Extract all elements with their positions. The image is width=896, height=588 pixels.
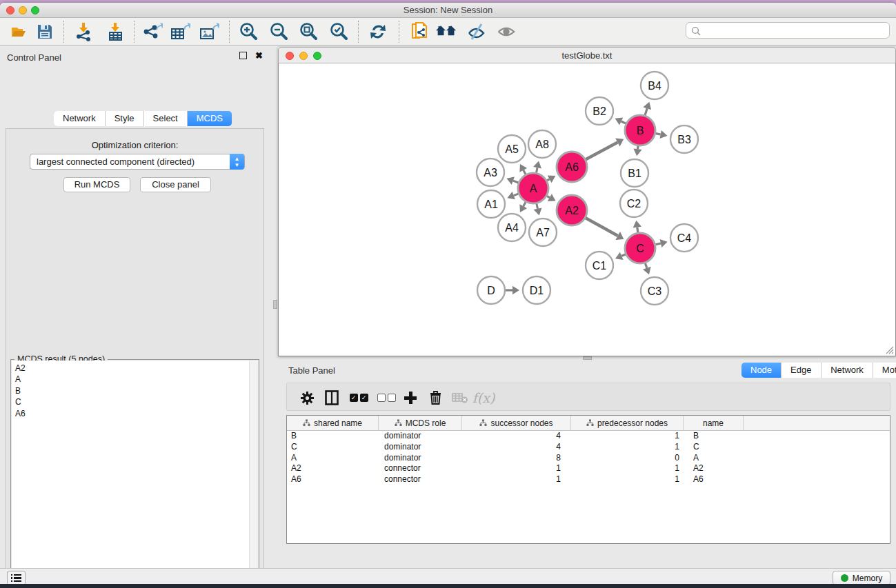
close-traffic-light[interactable] (6, 6, 14, 14)
graph-edge[interactable] (586, 142, 617, 159)
delete-column-icon[interactable] (426, 389, 444, 407)
import-network-icon[interactable] (73, 21, 94, 42)
graph-node-A6[interactable]: A6 (557, 152, 587, 182)
run-mcds-button[interactable]: Run MCDS (63, 177, 130, 192)
tab-network-table[interactable]: Network Table (822, 363, 873, 378)
zoom-traffic-light[interactable] (313, 52, 321, 60)
graph-edge[interactable] (645, 108, 647, 115)
close-panel-icon[interactable]: ✖ (255, 52, 263, 59)
show-graphics-details-icon[interactable] (496, 21, 517, 42)
table-settings-icon[interactable] (298, 389, 316, 407)
graph-edge[interactable] (637, 227, 638, 233)
table-row[interactable]: A2connector11A2 (287, 463, 890, 474)
column-chooser-icon[interactable] (323, 389, 341, 407)
minimize-traffic-light[interactable] (299, 52, 308, 60)
graph-node-C1[interactable]: C1 (586, 252, 613, 279)
zoom-selected-icon[interactable] (328, 21, 349, 42)
open-session-icon[interactable] (8, 21, 29, 42)
tab-edge-table[interactable]: Edge Table (781, 363, 822, 378)
zoom-out-icon[interactable] (268, 21, 289, 42)
graph-edge[interactable] (645, 263, 646, 268)
add-column-icon[interactable] (401, 389, 419, 407)
graph-node-A8[interactable]: A8 (528, 130, 556, 158)
export-network-icon[interactable] (142, 21, 163, 42)
graph-edge[interactable] (655, 243, 661, 245)
mcds-result-item[interactable]: A6 (12, 408, 249, 419)
tab-node-table[interactable]: Node Table (741, 363, 781, 378)
mcds-result-item[interactable]: C (12, 396, 249, 407)
graph-edge[interactable] (537, 203, 538, 208)
graph-node-B4[interactable]: B4 (641, 72, 668, 99)
deselect-all-icon[interactable] (377, 389, 395, 407)
graph-edge[interactable] (547, 196, 550, 197)
home-icon[interactable] (436, 21, 457, 42)
graph-node-D1[interactable]: D1 (523, 276, 550, 304)
export-image-icon[interactable] (199, 21, 219, 42)
graph-node-A4[interactable]: A4 (498, 214, 526, 241)
save-session-icon[interactable] (34, 21, 55, 42)
close-traffic-light[interactable] (286, 52, 294, 60)
minimize-traffic-light[interactable] (19, 6, 27, 14)
graph-edge[interactable] (621, 254, 626, 256)
graph-node-C2[interactable]: C2 (620, 190, 648, 217)
graph-node-C[interactable]: C (625, 233, 655, 263)
graph-node-B[interactable]: B (625, 115, 655, 145)
zoom-fit-icon[interactable] (298, 21, 319, 42)
criterion-dropdown[interactable]: largest connected component (directed) ▲… (30, 154, 245, 170)
mcds-result-scrollbar[interactable] (249, 361, 258, 588)
graph-edge[interactable] (513, 181, 519, 183)
graph-edge[interactable] (514, 194, 519, 196)
hide-graphics-details-icon[interactable] (466, 21, 487, 42)
graph-edge[interactable] (524, 170, 526, 174)
column-header[interactable]: successor nodes (462, 416, 571, 430)
graph-node-A2[interactable]: A2 (557, 195, 587, 225)
node-table[interactable]: shared nameMCDS rolesuccessor nodesprede… (286, 415, 890, 544)
graph-node-B1[interactable]: B1 (621, 159, 648, 187)
column-header[interactable]: shared name (287, 416, 379, 430)
graph-edge[interactable] (621, 121, 626, 123)
graph-node-A3[interactable]: A3 (477, 159, 504, 186)
task-history-button[interactable] (7, 571, 26, 585)
new-network-from-file-icon[interactable] (410, 21, 430, 42)
table-row[interactable]: Bdominator41B (287, 431, 890, 442)
graph-node-C4[interactable]: C4 (670, 224, 698, 252)
mcds-result-list[interactable]: A2ABCA6 (12, 361, 249, 588)
table-row[interactable]: Cdominator41C (287, 442, 890, 453)
split-divider-handle[interactable] (273, 300, 277, 309)
table-row[interactable]: Adominator80A (287, 453, 890, 464)
graph-node-B3[interactable]: B3 (670, 125, 698, 153)
graph-edge[interactable] (656, 134, 661, 134)
import-table-icon[interactable] (105, 21, 126, 42)
graph-edge[interactable] (547, 179, 550, 181)
zoom-in-icon[interactable] (238, 21, 259, 42)
zoom-traffic-light[interactable] (31, 6, 39, 14)
tab-mcds[interactable]: MCDS (188, 111, 232, 126)
graph-node-A5[interactable]: A5 (498, 135, 526, 163)
graph-node-B2[interactable]: B2 (586, 97, 613, 125)
select-all-icon[interactable]: ✓✓ (350, 389, 368, 407)
refresh-icon[interactable] (368, 21, 388, 42)
column-header[interactable]: predecessor nodes (571, 416, 684, 430)
graph-node-A7[interactable]: A7 (529, 219, 557, 246)
graph-node-C3[interactable]: C3 (641, 277, 668, 305)
export-table-icon[interactable] (170, 21, 190, 42)
graph-node-A1[interactable]: A1 (477, 190, 505, 218)
resize-grip-icon[interactable] (885, 345, 894, 354)
mcds-result-item[interactable]: B (12, 385, 249, 396)
network-canvas[interactable]: B4B2BB3A8A5A6A3B1AA1C2A2A4A7C4CC1DD1C3 (278, 63, 896, 356)
graph-edge[interactable] (586, 218, 618, 236)
graph-edge[interactable] (537, 168, 537, 172)
memory-button[interactable]: Memory (833, 571, 890, 585)
tab-style[interactable]: Style (106, 111, 144, 126)
tab-network[interactable]: Network (54, 111, 106, 126)
tab-motifs[interactable]: Motifs (873, 363, 896, 378)
float-panel-icon[interactable] (239, 52, 247, 59)
graph-edge[interactable] (524, 202, 526, 206)
column-header[interactable]: name (684, 416, 744, 430)
graph-edge[interactable] (637, 146, 638, 149)
column-header[interactable]: MCDS role (379, 416, 462, 430)
graph-node-A[interactable]: A (518, 173, 548, 203)
mcds-result-item[interactable]: A2 (12, 361, 249, 374)
tab-select[interactable]: Select (144, 111, 188, 126)
mcds-result-item[interactable]: A (12, 374, 249, 385)
